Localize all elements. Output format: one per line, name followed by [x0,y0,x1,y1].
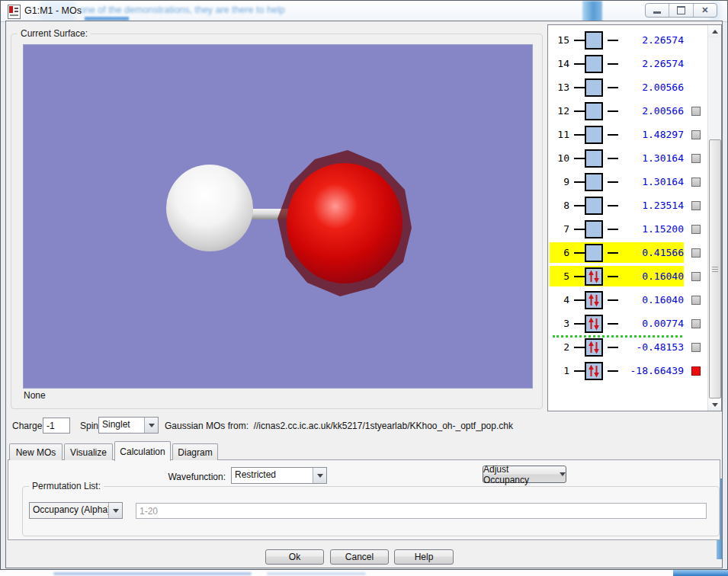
mo-number: 9 [551,176,569,187]
mo-energy-list: 15 2.26574 14 2.26574 13 [550,28,707,382]
mo-level-line [608,276,618,277]
mo-occupancy-box[interactable] [585,338,603,357]
mo-occupancy-box[interactable] [585,267,603,286]
mo-row[interactable]: 13 2.00566 [550,75,707,99]
mo-level-line [608,181,618,183]
mo-occupancy-box[interactable] [585,55,603,73]
permutation-type-dropdown-button[interactable] [108,503,122,518]
mo-visualize-checkbox[interactable] [691,272,701,281]
permutation-type-value: Occupancy (Alpha) [30,503,108,518]
cancel-button[interactable]: Cancel [330,549,389,565]
scrollbar-thumb[interactable] [709,139,721,398]
mo-level-line [574,63,585,65]
scroll-down-button[interactable] [708,398,721,411]
mo-visualize-checkbox[interactable] [691,107,701,116]
mo-row[interactable]: 15 2.26574 [550,28,707,52]
gaussian-source: Gaussian MOs from: //icnas2.cc.ic.ac.uk/… [165,421,513,431]
wavefunction-dropdown-button[interactable] [313,468,326,483]
mo-number: 7 [551,223,569,235]
mo-occupancy-box[interactable] [585,102,603,120]
mo-visualize-checkbox[interactable] [691,130,701,139]
titlebar[interactable]: one of the demonstrations, they are ther… [1,1,727,22]
mo-level-line [574,347,585,348]
mo-row[interactable]: 11 1.48297 [550,123,707,146]
mo-row[interactable]: 6 0.41566 [550,241,707,264]
ok-button[interactable]: Ok [265,549,324,565]
minimize-button[interactable] [646,4,669,17]
mo-occupancy-box[interactable] [585,197,603,215]
mo-visualize-checkbox[interactable] [691,201,701,210]
mo-level-line [608,134,618,136]
mo-occupancy-box[interactable] [585,31,603,50]
help-button[interactable]: Help [394,549,454,565]
mo-energy: 2.26574 [623,58,684,69]
mo-visualize-checkbox[interactable] [691,366,701,376]
glass-bleed-scrollbar [582,1,602,21]
mos-dialog-window: one of the demonstrations, they are ther… [0,0,728,570]
mo-energy: 2.00566 [623,82,684,93]
mo-occupancy-box[interactable] [585,291,603,309]
mo-level-line [574,205,585,206]
window-icon-red-mark [9,6,13,13]
current-surface-group: Current Surface: None [11,34,543,409]
mo-number: 1 [551,365,569,376]
mo-energy: 0.41566 [623,247,684,258]
mo-number: 4 [551,294,569,306]
adjust-occupancy-button[interactable]: Adjust Occupancy [483,466,566,483]
background-blue-patch [673,570,728,576]
mo-energy: 1.30164 [623,152,684,164]
mo-level-line [574,323,585,325]
molecule-viewport[interactable] [23,44,533,389]
mo-number: 3 [551,318,569,329]
mo-row[interactable]: 14 2.26574 [550,52,707,75]
tab-calculation[interactable]: Calculation [114,441,171,461]
spin-value: Singlet [99,418,144,433]
mo-energy: 2.00566 [623,105,684,117]
charge-input[interactable] [43,418,70,434]
mo-visualize-checkbox[interactable] [691,248,701,258]
mo-row[interactable]: 8 1.23514 [550,194,707,217]
mo-visualize-checkbox[interactable] [691,178,701,187]
mo-row[interactable]: 2 -0.48153 [550,335,707,359]
mo-energy: 1.15200 [623,223,684,235]
mo-visualize-checkbox[interactable] [691,296,701,305]
mo-occupancy-box[interactable] [585,126,603,144]
mo-occupancy-box[interactable] [585,362,603,380]
mo-occupancy-box[interactable] [585,315,603,333]
mo-visualize-checkbox[interactable] [691,319,701,328]
mo-row[interactable]: 9 1.30164 [550,170,707,194]
mo-row[interactable]: 4 0.16040 [550,288,707,312]
spin-dropdown-button[interactable] [144,418,158,433]
scroll-up-button[interactable] [708,25,721,37]
mo-row[interactable]: 1 -18.66439 [550,359,707,382]
tab-visualize[interactable]: Visualize [64,443,113,460]
scrollbar-grip [712,269,718,270]
wavefunction-select[interactable]: Restricted [231,467,327,484]
mo-occupancy-box[interactable] [585,173,603,191]
mo-number: 14 [551,58,569,69]
spin-select[interactable]: Singlet [98,417,159,434]
chevron-down-icon [149,424,155,427]
mo-occupancy-box[interactable] [585,244,603,262]
mo-occupancy-box[interactable] [585,220,603,238]
mo-row[interactable]: 12 2.00566 [550,99,707,123]
tab-label: Diagram [178,447,212,458]
mo-row[interactable]: 3 0.00774 [550,312,707,335]
mo-occupancy-box[interactable] [585,149,603,168]
tab-diagram[interactable]: Diagram [172,443,218,460]
mo-visualize-checkbox[interactable] [691,225,701,234]
window-icon [8,5,21,19]
mo-row[interactable]: 10 1.30164 [550,146,707,170]
mo-list-scrollbar[interactable] [707,25,721,411]
mo-row[interactable]: 5 0.16040 [550,264,707,288]
tab-label: Visualize [70,447,107,458]
permutation-list-input[interactable] [136,503,707,519]
maximize-button[interactable] [669,4,692,17]
mo-row[interactable]: 7 1.15200 [550,217,707,241]
close-button[interactable]: ✕ [693,4,717,17]
mo-occupancy-box[interactable] [585,78,603,97]
mo-visualize-checkbox[interactable] [691,343,701,352]
permutation-type-select[interactable]: Occupancy (Alpha) [29,502,123,519]
tab-new-mos[interactable]: New MOs [9,443,63,460]
mo-visualize-checkbox[interactable] [691,154,701,163]
